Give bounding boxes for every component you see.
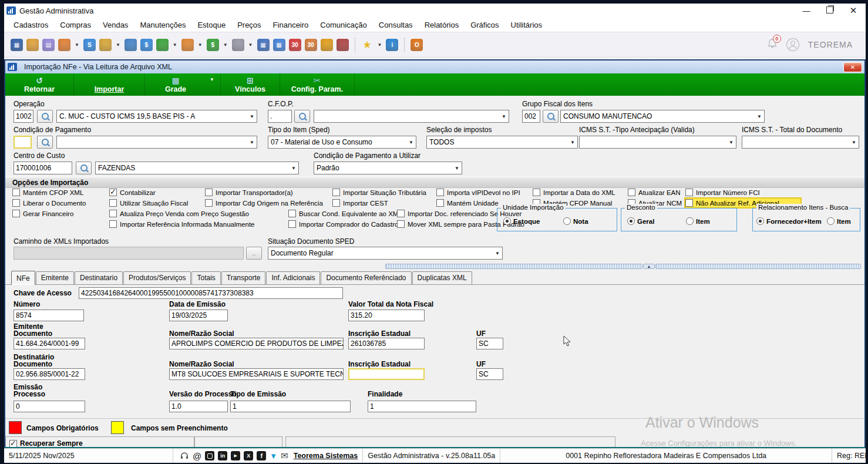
table-icon[interactable]: ▦	[257, 39, 270, 51]
tab-documento-referenciado[interactable]: Documento Referênciado	[321, 271, 411, 284]
chave-acesso-input[interactable]: 4225034168426400019955001000008574173730…	[79, 287, 343, 299]
cb-importar-cdg-origem[interactable]: Importar Cdg Origem na Referência	[205, 199, 323, 207]
data-emissao-input[interactable]: 19/03/2025	[169, 310, 228, 321]
menu-precos[interactable]: Preços	[231, 19, 267, 31]
grupo-fiscal-search-button[interactable]	[543, 110, 559, 123]
condicao-pagamento-code-input[interactable]	[14, 136, 32, 149]
menu-graficos[interactable]: Gráficos	[465, 19, 504, 31]
condicao-pagamento-search-button[interactable]	[37, 136, 53, 149]
tab-totais[interactable]: Totais	[191, 271, 220, 284]
destinatario-nome-input[interactable]: MT8 SOLUCOES EMPRESARIAIS E SUPORTE TECN…	[169, 368, 344, 380]
cb-importar-referencia-manual[interactable]: Importar Referência Informada Manualment…	[109, 220, 254, 228]
company-icon[interactable]: ▦	[11, 39, 23, 51]
emitente-nome-input[interactable]: APROLIMPS COMERCIO DE PRODUTOS DE LIMPEZ…	[169, 338, 344, 349]
cb-atualiza-preco-venda[interactable]: Atualiza Preço Venda com Preço Sugestão	[109, 209, 249, 218]
users-icon[interactable]	[26, 39, 39, 51]
basket-icon[interactable]	[99, 39, 112, 51]
calendar-30-icon[interactable]: 30	[289, 39, 301, 51]
radio-relacionamento-item[interactable]: Item	[827, 217, 851, 225]
splitter-collapse-button[interactable]: ▲	[643, 264, 655, 269]
menu-cadastros[interactable]: Cadastros	[8, 19, 54, 31]
processo-input[interactable]: 0	[14, 401, 85, 412]
tab-duplicatas-xml[interactable]: Duplicatas XML	[412, 271, 472, 284]
star-icon[interactable]: ★	[361, 39, 374, 51]
grupo-fiscal-combobox[interactable]: CONSUMO MANUTENCAO▼	[560, 110, 765, 123]
menu-relatorios[interactable]: Relatórios	[419, 19, 465, 31]
caret-icon[interactable]: ▼	[223, 42, 228, 48]
condicao-pagamento-combobox[interactable]: ▼	[56, 136, 257, 149]
cond-pag-utilizar-combobox[interactable]: Padrão▼	[314, 162, 462, 174]
cfop-code-input[interactable]: .	[268, 110, 292, 123]
card-icon[interactable]: ▤	[42, 39, 55, 51]
config-param-button[interactable]: ✂ Config. Param.	[280, 73, 355, 96]
cb-gerar-financeiro[interactable]: Gerar Financeiro	[12, 209, 73, 218]
operacao-combobox[interactable]: C. MUC - CUSTO ICMS 19,5 BASE PIS - A▼	[56, 110, 257, 123]
envelope-icon[interactable]: ✉	[281, 450, 288, 461]
cb-importar-situacao-tributaria[interactable]: Importar Situação Tributária	[332, 188, 426, 197]
audit-report-icon[interactable]	[337, 39, 349, 51]
linkedin-icon[interactable]	[218, 451, 227, 460]
caret-icon[interactable]: ▼	[173, 42, 177, 48]
splitter-bar[interactable]	[385, 264, 642, 269]
headset-icon[interactable]	[180, 451, 189, 460]
destinatario-documento-input[interactable]: 02.956.885/0001-22	[14, 368, 85, 380]
menu-utilitarios[interactable]: Utilitários	[505, 19, 548, 31]
caret-icon[interactable]: ▼	[248, 42, 253, 48]
sitemap-icon[interactable]	[58, 39, 70, 51]
icms-st-total-combobox[interactable]: ▼	[742, 136, 859, 149]
tab-inf-adicionais[interactable]: Inf. Adicionais	[266, 271, 320, 284]
grupo-fiscal-code-input[interactable]: 002	[522, 110, 540, 123]
cb-atualizar-ean[interactable]: Atualizar EAN	[628, 188, 681, 197]
caret-icon[interactable]: ▼	[116, 42, 120, 48]
cb-mantem-cfop-xml[interactable]: Mantém CFOP XML	[12, 188, 83, 197]
menu-manutencoes[interactable]: Manutenções	[134, 19, 191, 31]
cart-icon[interactable]	[156, 39, 169, 51]
cb-recuperar-sempre[interactable]: Recuperar Sempre	[9, 439, 83, 448]
cash-register-icon[interactable]	[232, 39, 244, 51]
email-at-icon[interactable]: @	[193, 451, 201, 461]
radio-nota[interactable]: Nota	[563, 217, 588, 225]
menu-compras[interactable]: Compras	[54, 19, 97, 31]
radio-desconto-item[interactable]: Item	[686, 217, 710, 225]
cb-utilizar-situacao-fiscal[interactable]: Utilizar Situação Fiscal	[109, 199, 188, 207]
cb-importa-vipidevol[interactable]: Importa vIPIDevol no IPI	[436, 188, 520, 197]
caret-icon[interactable]: ▼	[75, 42, 79, 48]
calculator-icon[interactable]: ▦	[273, 39, 285, 51]
instagram-icon[interactable]	[205, 451, 214, 460]
operacao-search-button[interactable]	[37, 110, 53, 123]
versao-processo-input[interactable]: 1.0	[169, 401, 228, 412]
radio-estoque[interactable]: Estoque	[503, 217, 540, 225]
cb-importar-cest[interactable]: Importar CEST	[332, 199, 388, 207]
centro-custo-combobox[interactable]: FAZENDAS▼	[95, 162, 299, 174]
tipo-item-combobox[interactable]: 07 - Material de Uso e Consumo▼	[268, 136, 416, 149]
cb-liberar-documento[interactable]: Liberar o Documento	[12, 199, 86, 207]
seller-icon[interactable]	[125, 39, 137, 51]
finalidade-input[interactable]: 1	[368, 401, 476, 412]
splitter-bar[interactable]	[655, 264, 861, 269]
cfop-combobox[interactable]: ▼	[314, 110, 509, 123]
menu-consultas[interactable]: Consultas	[373, 19, 419, 31]
retornar-button[interactable]: ↺ Retornar	[5, 73, 74, 96]
emitente-uf-input[interactable]: SC	[476, 338, 503, 349]
cb-importar-transportador[interactable]: Importar Transportador(a)	[205, 188, 293, 197]
caret-icon[interactable]: ▼	[378, 42, 382, 48]
calendar-config-icon[interactable]: 30	[305, 39, 317, 51]
cfop-search-button[interactable]	[294, 110, 310, 123]
tab-transporte[interactable]: Transporte	[221, 271, 266, 284]
icms-st-tipo-combobox[interactable]: ▼	[579, 136, 736, 149]
tab-nfe[interactable]: NFe	[11, 271, 35, 285]
menu-vendas[interactable]: Vendas	[97, 19, 134, 31]
valor-total-input[interactable]: 315.20	[348, 310, 425, 321]
info-icon[interactable]: i	[386, 39, 398, 51]
selecao-impostos-combobox[interactable]: TODOS▼	[426, 136, 578, 149]
centro-custo-search-button[interactable]	[76, 162, 92, 174]
tab-destinatario[interactable]: Destinatario	[75, 271, 123, 284]
radio-fornecedor-item[interactable]: Fornecedor+Item	[756, 217, 822, 225]
numero-input[interactable]: 8574	[14, 310, 84, 321]
cb-importar-data-xml[interactable]: Importar a Data do XML	[533, 188, 615, 197]
tipo-emissao-input[interactable]: 1	[230, 401, 351, 412]
facebook-icon[interactable]	[257, 451, 266, 460]
x-twitter-icon[interactable]	[244, 451, 253, 460]
power-icon[interactable]: O	[411, 39, 423, 51]
menu-financeiro[interactable]: Financeiro	[267, 19, 315, 31]
